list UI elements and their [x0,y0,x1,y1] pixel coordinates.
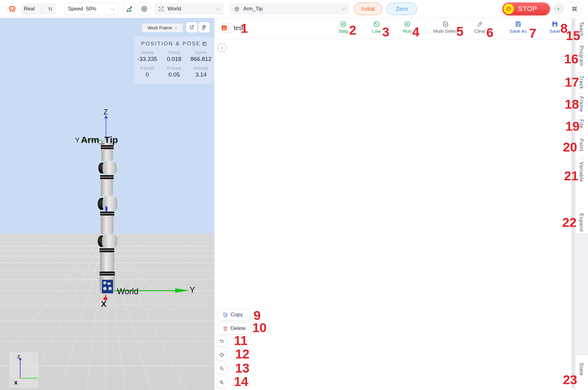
frame-selected-label: World [168,6,181,12]
program-file-tab[interactable]: test [222,23,243,33]
tip-y-axis-label: Y [75,136,80,144]
center-view-button[interactable] [217,350,227,360]
side-tab-state[interactable]: State [579,363,584,376]
side-tab-program[interactable]: Program [579,46,584,66]
side-tab-expand[interactable]: Expand [579,213,584,232]
tool-frame-select[interactable]: Arm_Tip [230,3,349,15]
cube-icon [234,6,240,12]
play-icon [404,21,411,28]
speed-label: Speed [68,6,83,12]
annotation-marker: 12 [235,348,250,361]
clear-label: Clear [474,28,485,34]
mode-selector[interactable]: Real [21,3,56,15]
save-label: Save [549,28,560,34]
annotation-marker: 21 [564,170,579,182]
delete-menu-button[interactable]: Delete [218,323,251,334]
annotation-marker: 22 [562,216,577,229]
copy-pose-icon[interactable] [202,41,207,47]
work-frame-dropdown[interactable]: Work Frame [142,24,183,32]
zoom-out-icon [219,366,224,371]
cube-rotate-icon [201,24,207,31]
world-x-axis-label: X [101,299,106,309]
checkbox-icon [442,21,449,28]
save-icon [552,21,559,28]
save-as-label: Save As [510,28,527,34]
zoom-out-button[interactable] [217,363,227,374]
chevron-down-icon [341,6,345,10]
power-boost-button[interactable] [553,4,564,14]
power-icon [503,4,514,14]
side-tab-point[interactable]: Point [579,139,584,151]
emergency-stop-button[interactable]: STOP [502,2,550,15]
annotation-marker: 15 [566,29,580,42]
step-button[interactable]: Step [338,21,348,34]
low-label: Low [372,28,381,34]
annotation-marker: 9 [254,309,261,322]
annotation-marker: 7 [529,27,536,40]
side-tab-track[interactable]: Track [579,76,584,89]
pose-field-value: 3.14 [187,70,214,78]
speed-value: 50% [86,6,96,12]
annotation-marker: 4 [412,26,419,39]
zero-pose-button[interactable]: Zero [386,3,417,15]
annotation-marker: 1 [241,22,248,35]
pose-field-label: Y(mm) [161,47,188,55]
annotation-marker: 13 [235,362,250,375]
collapse-fullscreen-button[interactable] [568,2,581,15]
zoom-in-icon [219,380,224,385]
step-icon [340,21,347,28]
block-info-button[interactable]: i [218,43,227,52]
side-tab-frame[interactable]: Frame [579,96,584,112]
stop-label: STOP [518,5,537,13]
initial-pose-button[interactable]: Initial [354,3,382,15]
annotation-marker: 10 [252,321,267,334]
toolbar-divider [425,22,425,35]
copy-menu-button[interactable]: Copy [218,309,250,320]
tip-z-axis-label: Z [104,108,108,116]
position-pose-panel: POSITION & POSE X(mm) Y(mm) Z(mm) -33.33… [134,36,214,84]
base-connector-panel [102,280,113,293]
robot-3d-viewport[interactable]: Work Frame POSITION & POSE [0,18,214,390]
run-button[interactable]: Run [403,21,412,34]
annotation-marker: 23 [563,373,577,386]
broom-icon [476,21,483,28]
clear-button[interactable]: Clear [474,21,485,34]
panel-resize-rail[interactable] [571,18,574,388]
pose-field-value: 866.812 [187,55,214,62]
pose-field-label: RX(rad) [134,62,161,70]
run-label: Run [403,28,412,34]
pose-field-value: 0 [134,70,161,78]
trajectory-toggle-button[interactable] [186,22,197,32]
divider [41,6,41,12]
pose-field-value: 0.018 [161,55,188,62]
side-tab-variable[interactable]: Variable [579,162,584,182]
zero-label: Zero [396,6,408,12]
pose-field-label: X(mm) [134,47,161,55]
pose-field-label: RY(rad) [161,62,188,70]
brand-logo-icon [7,4,17,14]
view-rotate-button[interactable] [198,22,209,32]
pose-field-value: -33.335 [134,55,161,62]
speed-selector[interactable]: Speed 50% [64,3,119,15]
annotation-marker: 16 [564,53,579,66]
robot-status-button[interactable] [123,3,135,15]
zoom-in-button[interactable] [217,377,227,388]
copy-icon [222,312,228,318]
multi-select-button[interactable]: Multi-Select [433,21,458,34]
settings-hexagon-button[interactable] [138,3,150,15]
save-as-button[interactable]: Save As [510,21,527,34]
program-panel: test Step Low Run [215,17,573,390]
undo-view-button[interactable] [217,336,227,346]
frame-icon [158,6,164,12]
pose-field-value: 0.05 [161,70,188,78]
low-speed-button[interactable]: Low [372,21,381,34]
gizmo-x-label: x [14,379,18,386]
initial-label: Initial [361,6,375,12]
chevron-down-icon [174,25,177,29]
reference-frame-select[interactable]: World [154,3,224,15]
multi-select-label: Multi-Select [433,28,458,34]
chevron-down-icon [111,6,115,10]
pose-field-label: Z(mm) [187,47,214,55]
save-button[interactable]: Save [549,21,560,34]
app-window: Real Speed 50% [0,0,588,390]
